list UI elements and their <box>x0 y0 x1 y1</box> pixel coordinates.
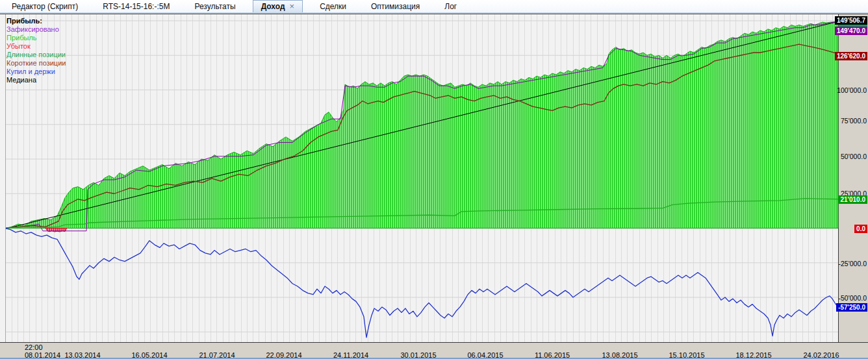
kupil-i-derzhi-line <box>5 229 838 338</box>
legend-item: Купил и держи <box>6 68 66 76</box>
legend-title: Прибыль: <box>6 17 66 25</box>
value-axis-strip: 100'000.075'000.050'000.025'000.0-25'000… <box>839 14 868 343</box>
y-axis-label: -25'000.0 <box>839 260 867 268</box>
x-axis-date-label: 30.01.2015 <box>400 351 436 359</box>
x-axis-date-label: 11.06.2015 <box>535 351 570 359</box>
legend-item: Медиана <box>6 76 66 84</box>
legend-item: Убыток <box>6 42 66 51</box>
x-axis-date-label: 13.03.2014 <box>64 351 100 359</box>
x-axis-date-label: 22.09.2014 <box>266 351 301 359</box>
value-badge: 21'010.0 <box>838 195 867 204</box>
x-axis-date-label: 16.05.2014 <box>131 351 167 359</box>
y-axis-label: 100'000.0 <box>837 86 867 95</box>
x-axis-date-label: 24.11.2014 <box>333 351 368 359</box>
x-axis-date-label: 15.10.2015 <box>669 351 704 359</box>
value-badge: 0.0 <box>854 225 867 233</box>
y-axis-label: 50'000.0 <box>841 153 867 161</box>
x-axis-date-label: 08.01.2014 <box>25 351 60 359</box>
y-axis-label: 75'000.0 <box>841 117 867 125</box>
time-of-day-label: 22:00 <box>25 343 43 351</box>
y-axis-label: -50'000.0 <box>839 294 867 303</box>
x-axis-date-label: 06.04.2015 <box>467 351 503 359</box>
value-badge: -57'250.0 <box>836 303 867 312</box>
x-axis-date-label: 13.08.2015 <box>602 351 637 359</box>
chart-canvas <box>0 0 868 359</box>
legend-item: Прибыль <box>6 34 66 42</box>
x-axis-date-label: 18.12.2015 <box>735 351 771 359</box>
time-axis-strip: 22:0008.01.201413.03.201416.05.201421.07… <box>0 343 868 359</box>
value-badge: 149'470.0 <box>835 27 867 35</box>
legend-item: Длинные позиции <box>6 51 66 59</box>
x-axis-date-label: 21.07.2014 <box>199 351 235 359</box>
chart-legend: Прибыль: ЗафиксированоПрибыльУбытокДлинн… <box>6 17 66 84</box>
legend-item: Зафиксировано <box>6 25 66 34</box>
legend-item: Короткие позиции <box>6 59 66 68</box>
series-layer <box>5 21 838 338</box>
x-axis-date-label: 24.02.2016 <box>803 351 839 359</box>
value-badge: 126'620.0 <box>835 52 867 60</box>
value-badge: 149'506.7 <box>835 16 867 25</box>
